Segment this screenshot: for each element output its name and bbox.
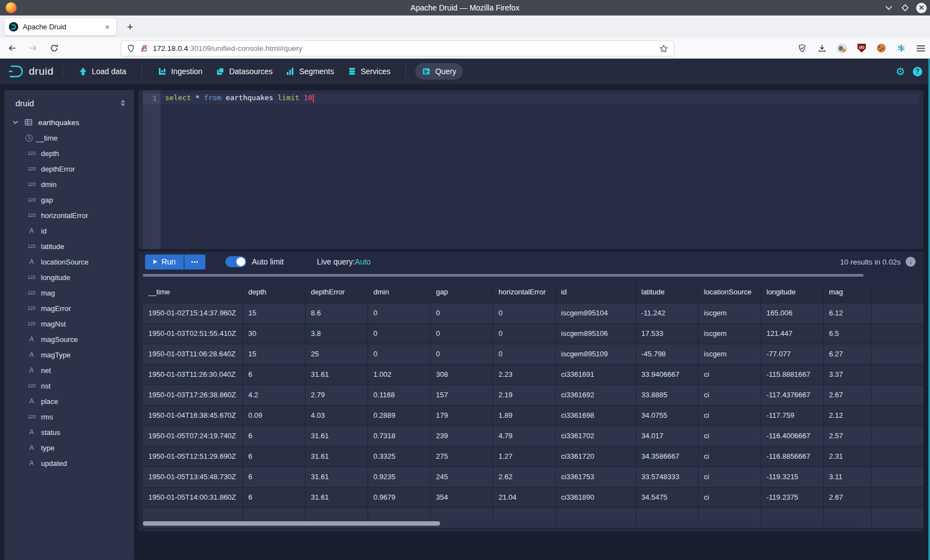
cell[interactable]: iscgem: [698, 323, 761, 344]
sidebar-column-longitude[interactable]: 123longitude: [4, 269, 134, 285]
sidebar-column-rms[interactable]: 123rms: [4, 409, 134, 424]
cell[interactable]: -116.8856667: [761, 446, 823, 466]
cell[interactable]: ci3361692: [555, 385, 636, 405]
cell[interactable]: 1.89: [493, 405, 555, 426]
cell[interactable]: 2.12: [823, 405, 871, 426]
cell[interactable]: 4.2: [242, 385, 305, 405]
cell[interactable]: 2.31: [823, 446, 871, 466]
cell[interactable]: 3.8: [305, 323, 368, 344]
cell[interactable]: 4.79: [493, 426, 555, 446]
cell[interactable]: iscgem: [698, 303, 761, 323]
cell[interactable]: -116.4006667: [761, 426, 823, 446]
cell[interactable]: 6.12: [823, 303, 871, 323]
column-header-__time[interactable]: __time: [143, 282, 242, 303]
cell[interactable]: 239: [430, 426, 493, 446]
cell[interactable]: -77.077: [761, 344, 823, 364]
nav-item-query[interactable]: Query: [415, 63, 463, 80]
sidebar-column-locationSource[interactable]: AlocationSource: [4, 254, 134, 269]
cell[interactable]: 0.09: [242, 405, 305, 426]
auto-limit-toggle[interactable]: [225, 256, 246, 267]
cell[interactable]: 2.79: [305, 385, 368, 405]
cell[interactable]: 1.27: [493, 446, 555, 466]
cell[interactable]: 33.5748333: [636, 466, 698, 487]
cell[interactable]: 1950-01-05T12:51:29.690Z: [143, 446, 242, 466]
cell[interactable]: 17.533: [636, 323, 698, 344]
sidebar-column-latitude[interactable]: 123latitude: [4, 238, 134, 254]
cell[interactable]: ci3361698: [555, 405, 636, 426]
horizontal-scrollbar-thumb[interactable]: [143, 521, 440, 526]
cell[interactable]: 6: [242, 466, 305, 487]
run-button[interactable]: Run: [145, 255, 184, 269]
cell[interactable]: 0.9235: [368, 466, 430, 487]
cell[interactable]: 31.61: [305, 426, 368, 446]
column-header-longitude[interactable]: longitude: [761, 282, 823, 303]
cell[interactable]: ci: [698, 385, 761, 405]
cell[interactable]: 3.37: [823, 364, 871, 385]
cell[interactable]: 2.62: [493, 466, 555, 487]
cell[interactable]: 0: [430, 344, 493, 364]
tab-close-icon[interactable]: ×: [103, 23, 112, 32]
sidebar-column-updated[interactable]: Aupdated: [4, 455, 134, 471]
sidebar-column-place[interactable]: Aplace: [4, 393, 134, 409]
column-header-dmin[interactable]: dmin: [368, 282, 430, 303]
column-header-mag[interactable]: mag: [823, 282, 871, 303]
cell[interactable]: 1950-01-02T15:14:37.960Z: [143, 303, 242, 323]
cell[interactable]: 30: [242, 323, 305, 344]
cell[interactable]: ci: [698, 426, 761, 446]
cell[interactable]: 15: [242, 344, 305, 364]
close-button[interactable]: ✕: [916, 3, 927, 13]
download-icon[interactable]: [817, 44, 826, 53]
sidebar-column-mag[interactable]: 123mag: [4, 285, 134, 300]
cell[interactable]: ci3361753: [555, 466, 636, 487]
cell[interactable]: -117.759: [761, 405, 823, 426]
column-header-latitude[interactable]: latitude: [636, 282, 698, 303]
cell[interactable]: ci: [698, 405, 761, 426]
nav-item-segments[interactable]: Segments: [279, 63, 340, 80]
cell[interactable]: 2.67: [823, 385, 871, 405]
cell[interactable]: 21.04: [493, 487, 555, 507]
cell[interactable]: 0.2889: [368, 405, 430, 426]
column-header-gap[interactable]: gap: [430, 282, 493, 303]
cell[interactable]: 6: [242, 364, 305, 385]
cell[interactable]: -117.4376667: [761, 385, 823, 405]
tracking-protection-shield-icon[interactable]: [127, 44, 135, 53]
column-header-horizontalError[interactable]: horizontalError: [493, 282, 555, 303]
cell[interactable]: 34.017: [636, 426, 698, 446]
sidebar-column-horizontalError[interactable]: 123horizontalError: [4, 208, 134, 223]
new-tab-button[interactable]: +: [123, 20, 137, 34]
column-header-locationSource[interactable]: locationSource: [698, 282, 761, 303]
sidebar-column-nst[interactable]: 123nst: [4, 378, 134, 393]
sidebar-column-id[interactable]: Aid: [4, 223, 134, 238]
cell[interactable]: 0.1168: [368, 385, 430, 405]
shield-check-icon[interactable]: [797, 44, 807, 53]
cell[interactable]: iscgem895109: [555, 344, 636, 364]
cell[interactable]: 0: [493, 303, 555, 323]
cell[interactable]: 15: [242, 303, 305, 323]
cell[interactable]: 33.9406667: [636, 364, 698, 385]
sidebar-column-depth[interactable]: 123depth: [4, 146, 134, 161]
cell[interactable]: 179: [430, 405, 493, 426]
cell[interactable]: ci3361691: [555, 364, 636, 385]
cell[interactable]: 354: [430, 487, 493, 507]
url-bar[interactable]: 172.18.0.4:30109/unified-console.html#qu…: [121, 40, 674, 56]
bookmark-star-icon[interactable]: [659, 44, 668, 53]
schema-selector[interactable]: druid: [4, 90, 134, 110]
cell[interactable]: 31.61: [305, 487, 368, 507]
horizontal-scrollbar-track[interactable]: [143, 521, 864, 526]
cell[interactable]: 2.57: [823, 426, 871, 446]
cell[interactable]: 0.7318: [368, 426, 430, 446]
menu-icon[interactable]: [916, 44, 926, 53]
cell[interactable]: 1950-01-03T17:26:38.860Z: [143, 385, 242, 405]
ublock-origin-icon[interactable]: UO: [857, 44, 866, 53]
cell[interactable]: 1.002: [368, 364, 430, 385]
cell[interactable]: 33.8885: [636, 385, 698, 405]
sidebar-column-magError[interactable]: 123magError: [4, 300, 134, 316]
cell[interactable]: 1950-01-03T11:26:30.040Z: [143, 364, 242, 385]
forward-button[interactable]: [25, 40, 41, 56]
maximize-button[interactable]: [900, 2, 911, 13]
cell[interactable]: 1950-01-05T13:45:48.730Z: [143, 466, 242, 487]
cell[interactable]: 0: [430, 303, 493, 323]
query-editor[interactable]: 1 select * from earthquakes limit 10: [138, 90, 923, 249]
cell[interactable]: 0: [368, 303, 430, 323]
cell[interactable]: 2.67: [823, 487, 871, 507]
